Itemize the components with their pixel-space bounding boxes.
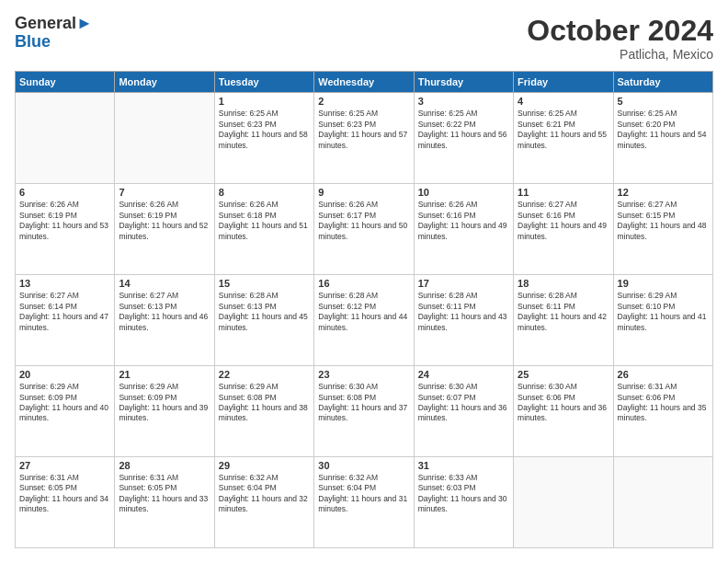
day-number: 9 (318, 187, 409, 198)
weekday-header: Friday (514, 72, 613, 93)
day-number: 15 (219, 278, 310, 289)
day-number: 26 (618, 369, 709, 380)
calendar-cell: 26Sunrise: 6:31 AM Sunset: 6:06 PM Dayli… (613, 366, 712, 457)
day-number: 21 (119, 369, 210, 380)
day-number: 3 (418, 96, 509, 107)
calendar-cell: 24Sunrise: 6:30 AM Sunset: 6:07 PM Dayli… (414, 366, 513, 457)
day-detail: Sunrise: 6:25 AM Sunset: 6:23 PM Dayligh… (219, 109, 310, 151)
weekday-header: Thursday (414, 72, 513, 93)
calendar-cell: 11Sunrise: 6:27 AM Sunset: 6:16 PM Dayli… (514, 184, 613, 275)
weekday-header: Saturday (613, 72, 712, 93)
day-number: 24 (418, 369, 509, 380)
day-detail: Sunrise: 6:26 AM Sunset: 6:19 PM Dayligh… (119, 200, 210, 242)
day-number: 23 (318, 369, 409, 380)
calendar-cell: 20Sunrise: 6:29 AM Sunset: 6:09 PM Dayli… (16, 366, 115, 457)
day-number: 31 (418, 460, 509, 471)
calendar-cell (16, 93, 115, 184)
calendar-cell: 12Sunrise: 6:27 AM Sunset: 6:15 PM Dayli… (613, 184, 712, 275)
day-detail: Sunrise: 6:26 AM Sunset: 6:17 PM Dayligh… (318, 200, 409, 242)
day-detail: Sunrise: 6:25 AM Sunset: 6:23 PM Dayligh… (318, 109, 409, 151)
day-detail: Sunrise: 6:30 AM Sunset: 6:08 PM Dayligh… (318, 382, 409, 424)
day-number: 14 (119, 278, 210, 289)
day-number: 28 (119, 460, 210, 471)
day-detail: Sunrise: 6:30 AM Sunset: 6:07 PM Dayligh… (418, 382, 509, 424)
day-detail: Sunrise: 6:32 AM Sunset: 6:04 PM Dayligh… (219, 473, 310, 515)
day-detail: Sunrise: 6:29 AM Sunset: 6:09 PM Dayligh… (19, 382, 110, 424)
day-number: 29 (219, 460, 310, 471)
day-detail: Sunrise: 6:27 AM Sunset: 6:16 PM Dayligh… (518, 200, 609, 242)
day-detail: Sunrise: 6:26 AM Sunset: 6:18 PM Dayligh… (219, 200, 310, 242)
calendar-cell (613, 457, 712, 548)
page-header: General► Blue October 2024 Patlicha, Mex… (15, 15, 713, 62)
day-detail: Sunrise: 6:30 AM Sunset: 6:06 PM Dayligh… (518, 382, 609, 424)
day-detail: Sunrise: 6:27 AM Sunset: 6:15 PM Dayligh… (618, 200, 709, 242)
calendar-cell: 6Sunrise: 6:26 AM Sunset: 6:19 PM Daylig… (16, 184, 115, 275)
day-detail: Sunrise: 6:28 AM Sunset: 6:11 PM Dayligh… (518, 291, 609, 333)
weekday-header: Tuesday (214, 72, 313, 93)
day-detail: Sunrise: 6:33 AM Sunset: 6:03 PM Dayligh… (418, 473, 509, 515)
day-number: 2 (318, 96, 409, 107)
day-number: 30 (318, 460, 409, 471)
day-number: 22 (219, 369, 310, 380)
day-number: 17 (418, 278, 509, 289)
calendar-cell: 14Sunrise: 6:27 AM Sunset: 6:13 PM Dayli… (115, 275, 214, 366)
day-number: 11 (518, 187, 609, 198)
day-detail: Sunrise: 6:28 AM Sunset: 6:11 PM Dayligh… (418, 291, 509, 333)
day-number: 16 (318, 278, 409, 289)
day-number: 8 (219, 187, 310, 198)
calendar-cell: 3Sunrise: 6:25 AM Sunset: 6:22 PM Daylig… (414, 93, 513, 184)
day-number: 19 (618, 278, 709, 289)
calendar-cell: 18Sunrise: 6:28 AM Sunset: 6:11 PM Dayli… (514, 275, 613, 366)
calendar-cell: 30Sunrise: 6:32 AM Sunset: 6:04 PM Dayli… (314, 457, 414, 548)
day-number: 25 (518, 369, 609, 380)
calendar-cell: 21Sunrise: 6:29 AM Sunset: 6:09 PM Dayli… (115, 366, 214, 457)
calendar-cell: 22Sunrise: 6:29 AM Sunset: 6:08 PM Dayli… (214, 366, 313, 457)
day-detail: Sunrise: 6:31 AM Sunset: 6:05 PM Dayligh… (19, 473, 110, 515)
calendar-cell: 8Sunrise: 6:26 AM Sunset: 6:18 PM Daylig… (214, 184, 313, 275)
weekday-header: Monday (115, 72, 214, 93)
calendar-cell: 19Sunrise: 6:29 AM Sunset: 6:10 PM Dayli… (613, 275, 712, 366)
day-detail: Sunrise: 6:28 AM Sunset: 6:13 PM Dayligh… (219, 291, 310, 333)
day-detail: Sunrise: 6:29 AM Sunset: 6:08 PM Dayligh… (219, 382, 310, 424)
calendar-cell: 29Sunrise: 6:32 AM Sunset: 6:04 PM Dayli… (214, 457, 313, 548)
month-title: October 2024 (527, 15, 713, 47)
day-number: 12 (618, 187, 709, 198)
calendar-cell: 7Sunrise: 6:26 AM Sunset: 6:19 PM Daylig… (115, 184, 214, 275)
day-detail: Sunrise: 6:31 AM Sunset: 6:05 PM Dayligh… (119, 473, 210, 515)
day-detail: Sunrise: 6:32 AM Sunset: 6:04 PM Dayligh… (318, 473, 409, 515)
calendar-cell (115, 93, 214, 184)
day-number: 10 (418, 187, 509, 198)
day-detail: Sunrise: 6:25 AM Sunset: 6:20 PM Dayligh… (618, 109, 709, 151)
day-number: 1 (219, 96, 310, 107)
logo: General► Blue (15, 15, 93, 52)
calendar-cell: 17Sunrise: 6:28 AM Sunset: 6:11 PM Dayli… (414, 275, 513, 366)
calendar-cell: 25Sunrise: 6:30 AM Sunset: 6:06 PM Dayli… (514, 366, 613, 457)
weekday-header: Sunday (16, 72, 115, 93)
calendar-cell: 2Sunrise: 6:25 AM Sunset: 6:23 PM Daylig… (314, 93, 414, 184)
day-detail: Sunrise: 6:26 AM Sunset: 6:16 PM Dayligh… (418, 200, 509, 242)
day-detail: Sunrise: 6:27 AM Sunset: 6:13 PM Dayligh… (119, 291, 210, 333)
calendar-cell: 5Sunrise: 6:25 AM Sunset: 6:20 PM Daylig… (613, 93, 712, 184)
calendar-cell: 31Sunrise: 6:33 AM Sunset: 6:03 PM Dayli… (414, 457, 513, 548)
day-detail: Sunrise: 6:25 AM Sunset: 6:22 PM Dayligh… (418, 109, 509, 151)
day-detail: Sunrise: 6:29 AM Sunset: 6:09 PM Dayligh… (119, 382, 210, 424)
day-number: 4 (518, 96, 609, 107)
weekday-header: Wednesday (314, 72, 414, 93)
calendar-cell: 1Sunrise: 6:25 AM Sunset: 6:23 PM Daylig… (214, 93, 313, 184)
calendar-cell: 28Sunrise: 6:31 AM Sunset: 6:05 PM Dayli… (115, 457, 214, 548)
calendar-cell: 10Sunrise: 6:26 AM Sunset: 6:16 PM Dayli… (414, 184, 513, 275)
day-number: 6 (19, 187, 110, 198)
day-number: 20 (19, 369, 110, 380)
day-detail: Sunrise: 6:31 AM Sunset: 6:06 PM Dayligh… (618, 382, 709, 424)
day-number: 13 (19, 278, 110, 289)
day-number: 7 (119, 187, 210, 198)
day-detail: Sunrise: 6:29 AM Sunset: 6:10 PM Dayligh… (618, 291, 709, 333)
calendar-cell: 13Sunrise: 6:27 AM Sunset: 6:14 PM Dayli… (16, 275, 115, 366)
day-number: 18 (518, 278, 609, 289)
location: Patlicha, Mexico (527, 47, 713, 62)
day-detail: Sunrise: 6:28 AM Sunset: 6:12 PM Dayligh… (318, 291, 409, 333)
day-detail: Sunrise: 6:26 AM Sunset: 6:19 PM Dayligh… (19, 200, 110, 242)
calendar-cell: 27Sunrise: 6:31 AM Sunset: 6:05 PM Dayli… (16, 457, 115, 548)
calendar-cell: 23Sunrise: 6:30 AM Sunset: 6:08 PM Dayli… (314, 366, 414, 457)
day-detail: Sunrise: 6:25 AM Sunset: 6:21 PM Dayligh… (518, 109, 609, 151)
